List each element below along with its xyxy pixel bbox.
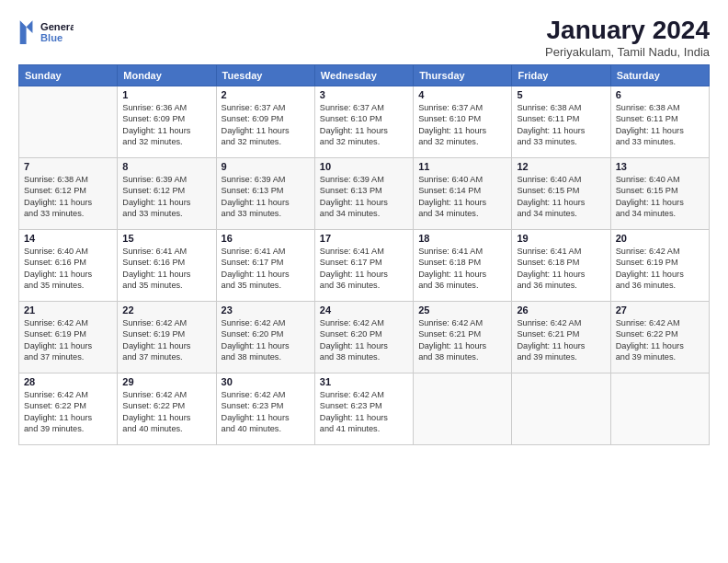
calendar-cell: 14Sunrise: 6:40 AM Sunset: 6:16 PM Dayli… <box>19 229 118 301</box>
calendar-cell: 8Sunrise: 6:39 AM Sunset: 6:12 PM Daylig… <box>118 157 216 229</box>
day-info: Sunrise: 6:41 AM Sunset: 6:17 PM Dayligh… <box>320 246 408 292</box>
calendar-cell: 3Sunrise: 6:37 AM Sunset: 6:10 PM Daylig… <box>314 86 413 157</box>
day-number: 24 <box>320 304 408 316</box>
day-number: 15 <box>122 233 210 244</box>
day-number: 30 <box>222 376 310 387</box>
calendar-cell: 17Sunrise: 6:41 AM Sunset: 6:17 PM Dayli… <box>314 229 413 301</box>
day-number: 7 <box>24 161 112 172</box>
day-number: 26 <box>517 304 605 316</box>
day-number: 11 <box>418 161 506 172</box>
day-number: 17 <box>320 233 408 244</box>
day-header-friday: Friday <box>512 64 610 86</box>
calendar-cell: 7Sunrise: 6:38 AM Sunset: 6:12 PM Daylig… <box>19 157 118 229</box>
title-section: January 2024 Periyakulam, Tamil Nadu, In… <box>545 17 710 59</box>
day-number: 29 <box>122 376 210 387</box>
day-info: Sunrise: 6:38 AM Sunset: 6:11 PM Dayligh… <box>616 102 704 148</box>
day-header-saturday: Saturday <box>610 64 709 86</box>
day-info: Sunrise: 6:42 AM Sunset: 6:22 PM Dayligh… <box>616 317 704 363</box>
calendar-table: SundayMondayTuesdayWednesdayThursdayFrid… <box>18 64 710 445</box>
calendar-cell: 30Sunrise: 6:42 AM Sunset: 6:23 PM Dayli… <box>216 373 314 444</box>
day-info: Sunrise: 6:39 AM Sunset: 6:13 PM Dayligh… <box>222 174 310 220</box>
week-row-5: 28Sunrise: 6:42 AM Sunset: 6:22 PM Dayli… <box>19 373 710 444</box>
day-info: Sunrise: 6:38 AM Sunset: 6:11 PM Dayligh… <box>517 102 605 148</box>
calendar-cell: 25Sunrise: 6:42 AM Sunset: 6:21 PM Dayli… <box>414 301 512 373</box>
calendar-cell: 6Sunrise: 6:38 AM Sunset: 6:11 PM Daylig… <box>610 86 709 157</box>
day-number: 8 <box>122 161 210 172</box>
day-info: Sunrise: 6:42 AM Sunset: 6:23 PM Dayligh… <box>320 389 408 435</box>
day-header-monday: Monday <box>118 64 216 86</box>
day-info: Sunrise: 6:40 AM Sunset: 6:16 PM Dayligh… <box>24 246 112 292</box>
calendar-cell: 18Sunrise: 6:41 AM Sunset: 6:18 PM Dayli… <box>414 229 512 301</box>
calendar-cell: 13Sunrise: 6:40 AM Sunset: 6:15 PM Dayli… <box>610 157 709 229</box>
day-info: Sunrise: 6:40 AM Sunset: 6:15 PM Dayligh… <box>517 174 605 220</box>
day-info: Sunrise: 6:39 AM Sunset: 6:13 PM Dayligh… <box>320 174 408 220</box>
day-number: 13 <box>616 161 704 172</box>
main-title: January 2024 <box>545 17 710 45</box>
day-number: 9 <box>222 161 310 172</box>
calendar-cell <box>414 373 512 444</box>
day-info: Sunrise: 6:36 AM Sunset: 6:09 PM Dayligh… <box>122 102 210 148</box>
calendar-cell: 11Sunrise: 6:40 AM Sunset: 6:14 PM Dayli… <box>414 157 512 229</box>
day-number: 5 <box>517 89 605 100</box>
day-number: 14 <box>24 233 112 244</box>
day-info: Sunrise: 6:41 AM Sunset: 6:18 PM Dayligh… <box>418 246 506 292</box>
calendar-cell: 20Sunrise: 6:42 AM Sunset: 6:19 PM Dayli… <box>610 229 709 301</box>
day-number: 1 <box>122 89 210 100</box>
calendar-cell <box>512 373 610 444</box>
day-info: Sunrise: 6:42 AM Sunset: 6:22 PM Dayligh… <box>122 389 210 435</box>
day-info: Sunrise: 6:38 AM Sunset: 6:12 PM Dayligh… <box>24 174 112 220</box>
calendar-cell: 29Sunrise: 6:42 AM Sunset: 6:22 PM Dayli… <box>118 373 216 444</box>
day-number: 21 <box>24 304 112 316</box>
day-info: Sunrise: 6:42 AM Sunset: 6:20 PM Dayligh… <box>320 317 408 363</box>
page-header: General Blue January 2024 Periyakulam, T… <box>18 17 710 59</box>
calendar-cell: 12Sunrise: 6:40 AM Sunset: 6:15 PM Dayli… <box>512 157 610 229</box>
week-row-1: 1Sunrise: 6:36 AM Sunset: 6:09 PM Daylig… <box>19 86 710 157</box>
day-info: Sunrise: 6:41 AM Sunset: 6:18 PM Dayligh… <box>517 246 605 292</box>
day-number: 31 <box>320 376 408 387</box>
day-number: 22 <box>122 304 210 316</box>
week-row-3: 14Sunrise: 6:40 AM Sunset: 6:16 PM Dayli… <box>19 229 710 301</box>
day-info: Sunrise: 6:39 AM Sunset: 6:12 PM Dayligh… <box>122 174 210 220</box>
calendar-cell: 2Sunrise: 6:37 AM Sunset: 6:09 PM Daylig… <box>216 86 314 157</box>
day-info: Sunrise: 6:42 AM Sunset: 6:19 PM Dayligh… <box>122 317 210 363</box>
day-number: 25 <box>418 304 506 316</box>
day-number: 10 <box>320 161 408 172</box>
calendar-cell: 4Sunrise: 6:37 AM Sunset: 6:10 PM Daylig… <box>414 86 512 157</box>
day-info: Sunrise: 6:42 AM Sunset: 6:22 PM Dayligh… <box>24 389 112 435</box>
svg-marker-3 <box>27 20 33 33</box>
calendar-cell: 19Sunrise: 6:41 AM Sunset: 6:18 PM Dayli… <box>512 229 610 301</box>
logo: General Blue <box>18 17 74 50</box>
week-row-4: 21Sunrise: 6:42 AM Sunset: 6:19 PM Dayli… <box>19 301 710 373</box>
calendar-cell <box>19 86 118 157</box>
day-header-thursday: Thursday <box>414 64 512 86</box>
day-number: 20 <box>616 233 704 244</box>
calendar-cell: 5Sunrise: 6:38 AM Sunset: 6:11 PM Daylig… <box>512 86 610 157</box>
day-header-sunday: Sunday <box>19 64 118 86</box>
calendar-cell: 22Sunrise: 6:42 AM Sunset: 6:19 PM Dayli… <box>118 301 216 373</box>
calendar-cell: 9Sunrise: 6:39 AM Sunset: 6:13 PM Daylig… <box>216 157 314 229</box>
calendar-cell: 28Sunrise: 6:42 AM Sunset: 6:22 PM Dayli… <box>19 373 118 444</box>
day-number: 27 <box>616 304 704 316</box>
week-row-2: 7Sunrise: 6:38 AM Sunset: 6:12 PM Daylig… <box>19 157 710 229</box>
day-info: Sunrise: 6:42 AM Sunset: 6:21 PM Dayligh… <box>517 317 605 363</box>
day-info: Sunrise: 6:42 AM Sunset: 6:21 PM Dayligh… <box>418 317 506 363</box>
day-number: 3 <box>320 89 408 100</box>
calendar-cell: 27Sunrise: 6:42 AM Sunset: 6:22 PM Dayli… <box>610 301 709 373</box>
day-info: Sunrise: 6:41 AM Sunset: 6:16 PM Dayligh… <box>122 246 210 292</box>
subtitle: Periyakulam, Tamil Nadu, India <box>545 45 710 59</box>
day-number: 12 <box>517 161 605 172</box>
svg-text:Blue: Blue <box>40 32 63 43</box>
calendar-cell: 21Sunrise: 6:42 AM Sunset: 6:19 PM Dayli… <box>19 301 118 373</box>
calendar-cell: 26Sunrise: 6:42 AM Sunset: 6:21 PM Dayli… <box>512 301 610 373</box>
day-info: Sunrise: 6:42 AM Sunset: 6:19 PM Dayligh… <box>24 317 112 363</box>
day-number: 18 <box>418 233 506 244</box>
day-info: Sunrise: 6:42 AM Sunset: 6:19 PM Dayligh… <box>616 246 704 292</box>
day-info: Sunrise: 6:37 AM Sunset: 6:10 PM Dayligh… <box>320 102 408 148</box>
day-number: 19 <box>517 233 605 244</box>
calendar-cell: 1Sunrise: 6:36 AM Sunset: 6:09 PM Daylig… <box>118 86 216 157</box>
calendar-cell <box>610 373 709 444</box>
day-info: Sunrise: 6:40 AM Sunset: 6:14 PM Dayligh… <box>418 174 506 220</box>
day-number: 6 <box>616 89 704 100</box>
day-header-wednesday: Wednesday <box>314 64 413 86</box>
day-info: Sunrise: 6:42 AM Sunset: 6:20 PM Dayligh… <box>222 317 310 363</box>
